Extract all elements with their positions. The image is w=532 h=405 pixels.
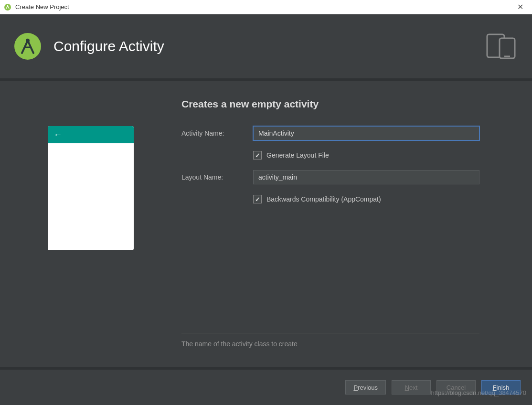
devices-icon: [485, 32, 519, 62]
layout-name-row: Layout Name:: [181, 170, 479, 184]
generate-layout-row: Generate Layout File: [181, 151, 479, 160]
preview-appbar: ←: [48, 126, 134, 143]
svg-rect-6: [500, 38, 515, 58]
activity-name-label: Activity Name:: [181, 129, 253, 137]
activity-name-row: Activity Name:: [181, 126, 479, 140]
previous-button[interactable]: Previous: [345, 380, 386, 394]
activity-preview: ←: [48, 126, 134, 250]
appcompat-checkbox[interactable]: [253, 195, 262, 203]
help-text: The name of the activity class to create: [181, 333, 479, 367]
next-button: Next: [392, 380, 431, 394]
activity-name-input[interactable]: [253, 126, 479, 140]
window-title: Create New Project: [15, 3, 69, 11]
form-column: Creates a new empty activity Activity Na…: [181, 98, 532, 367]
appcompat-label[interactable]: Backwards Compatibility (AppCompat): [266, 195, 381, 203]
generate-layout-checkbox[interactable]: [253, 151, 262, 160]
form-subtitle: Creates a new empty activity: [181, 98, 479, 110]
generate-layout-label[interactable]: Generate Layout File: [266, 151, 329, 159]
wizard-body: ← Creates a new empty activity Activity …: [0, 81, 532, 367]
wizard-container: Configure Activity ← Creates a new empty…: [0, 14, 532, 405]
svg-point-0: [4, 4, 11, 11]
close-icon[interactable]: ✕: [512, 2, 528, 11]
appcompat-row: Backwards Compatibility (AppCompat): [181, 195, 479, 203]
wizard-header: Configure Activity: [0, 14, 532, 81]
page-title: Configure Activity: [53, 38, 164, 54]
layout-name-label: Layout Name:: [181, 173, 253, 181]
android-studio-icon: [4, 3, 11, 11]
finish-button[interactable]: Finish: [481, 380, 521, 394]
back-arrow-icon: ←: [53, 130, 62, 140]
titlebar: Create New Project ✕: [0, 0, 532, 14]
android-studio-logo: [13, 32, 42, 61]
layout-name-input[interactable]: [253, 170, 479, 184]
svg-point-3: [26, 39, 30, 43]
svg-point-2: [14, 33, 41, 60]
cancel-button[interactable]: Cancel: [436, 380, 476, 394]
wizard-footer: Previous Next Cancel Finish https://blog…: [0, 367, 532, 405]
svg-point-1: [7, 5, 8, 6]
preview-column: ←: [0, 98, 181, 367]
